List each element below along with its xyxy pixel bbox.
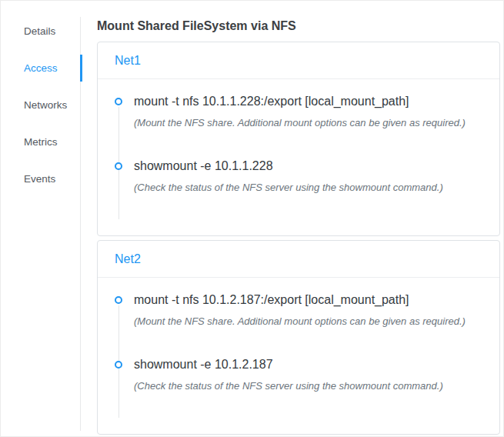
list-item: showmount -e 10.1.1.228 (Check the statu… — [115, 159, 482, 193]
sidebar-item-label: Details — [24, 25, 55, 37]
command-description: (Mount the NFS share. Additional mount o… — [134, 315, 482, 327]
circle-bullet-icon — [115, 296, 122, 304]
sidebar-item-events[interactable]: Events — [1, 160, 81, 197]
card-body: mount -t nfs 10.1.2.187:/export [local_m… — [98, 278, 499, 434]
step-timeline: mount -t nfs 10.1.1.228:/export [local_m… — [115, 95, 482, 219]
sidebar-item-metrics[interactable]: Metrics — [1, 123, 81, 160]
list-item: showmount -e 10.1.2.187 (Check the statu… — [115, 358, 482, 392]
command-text: mount -t nfs 10.1.2.187:/export [local_m… — [134, 293, 482, 307]
step-timeline: mount -t nfs 10.1.2.187:/export [local_m… — [115, 293, 482, 418]
sidebar-item-details[interactable]: Details — [1, 12, 81, 49]
circle-bullet-icon — [115, 162, 122, 170]
sidebar-item-label: Access — [24, 62, 58, 74]
command-text: showmount -e 10.1.1.228 — [134, 159, 482, 173]
network-card-net1: Net1 mount -t nfs 10.1.1.228:/export [lo… — [97, 42, 500, 236]
list-item: mount -t nfs 10.1.2.187:/export [local_m… — [115, 293, 482, 327]
command-description: (Check the status of the NFS server usin… — [134, 182, 482, 193]
card-title: Net2 — [98, 241, 499, 278]
page-title: Mount Shared FileSystem via NFS — [97, 18, 500, 33]
sidebar-item-label: Events — [24, 173, 55, 185]
sidebar-item-label: Networks — [24, 99, 67, 111]
list-item: mount -t nfs 10.1.1.228:/export [local_m… — [115, 95, 482, 128]
command-text: mount -t nfs 10.1.1.228:/export [local_m… — [134, 95, 482, 108]
card-title: Net1 — [98, 42, 499, 79]
network-card-net2: Net2 mount -t nfs 10.1.2.187:/export [lo… — [97, 240, 500, 435]
main-content: Mount Shared FileSystem via NFS Net1 mou… — [81, 1, 503, 436]
circle-bullet-icon — [115, 98, 122, 105]
command-text: showmount -e 10.1.2.187 — [134, 358, 482, 372]
circle-bullet-icon — [115, 361, 122, 369]
sidebar-item-networks[interactable]: Networks — [1, 86, 81, 123]
card-body: mount -t nfs 10.1.1.228:/export [local_m… — [98, 79, 499, 235]
sidebar: Details Access Networks Metrics Events — [1, 1, 81, 436]
sidebar-item-access[interactable]: Access — [1, 49, 81, 86]
command-description: (Check the status of the NFS server usin… — [134, 380, 482, 392]
access-panel: Details Access Networks Metrics Events M… — [0, 0, 504, 437]
command-description: (Mount the NFS share. Additional mount o… — [134, 117, 482, 128]
sidebar-item-label: Metrics — [24, 136, 58, 148]
